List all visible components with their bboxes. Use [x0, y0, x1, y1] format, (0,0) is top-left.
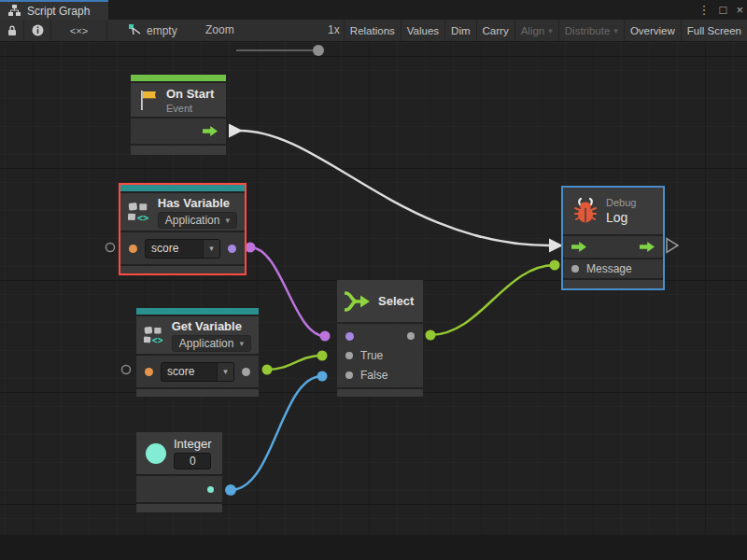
close-icon[interactable]: × [736, 4, 743, 16]
node-title: Select [378, 294, 414, 308]
integer-output-port[interactable] [207, 486, 214, 493]
toolbar-buttons: Relations Values Dim Carry Align ▾ Distr… [344, 20, 747, 41]
flow-output-port[interactable] [640, 242, 655, 252]
flow-input-port[interactable] [571, 242, 586, 252]
wire-endpoint [317, 371, 328, 382]
node-on-start[interactable]: On Start Event [131, 75, 226, 155]
node-accent-bar [136, 308, 259, 315]
bug-icon [572, 197, 599, 225]
lock-button[interactable] [0, 20, 24, 41]
integer-literal-icon [146, 443, 166, 464]
node-has-variable[interactable]: <> Has Variable Application ▾ score ▾ [120, 185, 245, 273]
selection-status-text: empty [147, 24, 177, 37]
flag-icon [138, 89, 159, 111]
variable-name-dropdown[interactable]: score ▾ [161, 362, 234, 382]
node-accent-bar [120, 185, 245, 191]
carry-button[interactable]: Carry [476, 20, 514, 41]
wire-endpoint [225, 484, 236, 496]
node-title: Log [606, 210, 636, 225]
wire-endpoint [320, 331, 331, 342]
node-title: Get Variable [172, 319, 251, 333]
chevron-down-icon: ▾ [217, 363, 233, 381]
node-footer [120, 266, 245, 273]
port-label: True [360, 349, 383, 362]
node-accent-bar [131, 75, 226, 81]
tab-title: Script Graph [27, 5, 90, 18]
wire-endpoint [246, 243, 256, 253]
maximize-icon[interactable]: □ [720, 4, 727, 16]
tab-bar: Script Graph ⋮ □ × [0, 0, 747, 20]
node-integer[interactable]: Integer 0 [136, 432, 222, 512]
svg-text:<>: <> [152, 334, 163, 344]
false-input-port[interactable] [345, 371, 353, 379]
chevron-down-icon: ▾ [613, 26, 618, 35]
node-get-variable[interactable]: <> Get Variable Application ▾ score ▾ [136, 308, 259, 397]
dim-button[interactable]: Dim [444, 20, 475, 41]
node-group-label: Debug [606, 197, 636, 208]
more-menu-icon[interactable]: ⋮ [698, 4, 711, 16]
zoom-label: Zoom [205, 23, 234, 36]
wire-endpoint [317, 351, 328, 361]
node-debug-log[interactable]: Debug Log Message [563, 188, 663, 288]
node-select[interactable]: Select True False [337, 280, 423, 397]
node-title: Integer [174, 437, 211, 451]
relations-button[interactable]: Relations [344, 20, 401, 41]
wire-endpoint [262, 365, 273, 375]
no-selection-button[interactable]: <×> [51, 20, 107, 41]
integer-value-field[interactable]: 0 [174, 453, 211, 469]
wire-endpoint [426, 330, 436, 341]
flow-output-port[interactable] [203, 126, 218, 136]
info-icon [32, 24, 44, 36]
node-footer [131, 146, 226, 155]
variables-icon: <> [128, 201, 150, 224]
canvas-edge-strip [0, 535, 747, 560]
value-output-port[interactable] [242, 368, 250, 376]
chevron-down-icon: ▾ [225, 216, 230, 225]
info-button[interactable] [24, 20, 51, 41]
result-output-port[interactable] [228, 245, 236, 253]
zoom-slider-track[interactable] [236, 49, 320, 51]
node-title: Has Variable [158, 196, 237, 210]
no-selection-glyph: <×> [70, 25, 88, 36]
selection-cursor-icon [129, 24, 142, 36]
name-input-port[interactable] [129, 245, 137, 253]
true-input-port[interactable] [345, 352, 353, 359]
graph-icon [7, 4, 21, 18]
overview-button[interactable]: Overview [624, 20, 681, 41]
port-label: False [360, 369, 388, 382]
name-input-port[interactable] [145, 368, 153, 376]
script-graph-window: Script Graph ⋮ □ × [0, 0, 747, 560]
lock-icon [7, 24, 18, 36]
tab-script-graph[interactable]: Script Graph [0, 0, 108, 20]
node-footer [136, 504, 222, 512]
port-label: Message [586, 262, 632, 275]
selection-status: empty [129, 20, 177, 41]
node-footer [563, 280, 663, 288]
zoom-value: 1x [328, 23, 340, 36]
select-icon [345, 290, 371, 313]
node-footer [136, 389, 259, 397]
variables-icon: <> [144, 324, 164, 347]
node-subtitle: Event [166, 103, 214, 114]
variable-scope-dropdown[interactable]: Application ▾ [158, 212, 237, 229]
distribute-button[interactable]: Distribute ▾ [558, 20, 624, 41]
variable-name-dropdown[interactable]: score ▾ [145, 239, 220, 259]
values-button[interactable]: Values [401, 20, 444, 41]
node-title: On Start [166, 87, 214, 101]
chevron-down-icon: ▾ [239, 339, 244, 348]
chevron-down-icon: ▾ [203, 240, 219, 258]
node-footer [337, 389, 423, 397]
fullscreen-button[interactable]: Full Screen [681, 20, 747, 41]
align-button[interactable]: Align ▾ [514, 20, 558, 41]
wire-endpoint [550, 260, 560, 271]
chevron-down-icon: ▾ [548, 26, 553, 35]
svg-text:<>: <> [137, 211, 149, 222]
graph-toolbar: <×> empty Zoom 1x Relations Values Dim C… [0, 20, 747, 42]
message-input-port[interactable] [571, 265, 579, 273]
selection-output-port[interactable] [407, 332, 415, 340]
zoom-slider-knob[interactable] [313, 45, 324, 56]
condition-input-port[interactable] [345, 332, 354, 341]
variable-scope-dropdown[interactable]: Application ▾ [172, 335, 251, 352]
